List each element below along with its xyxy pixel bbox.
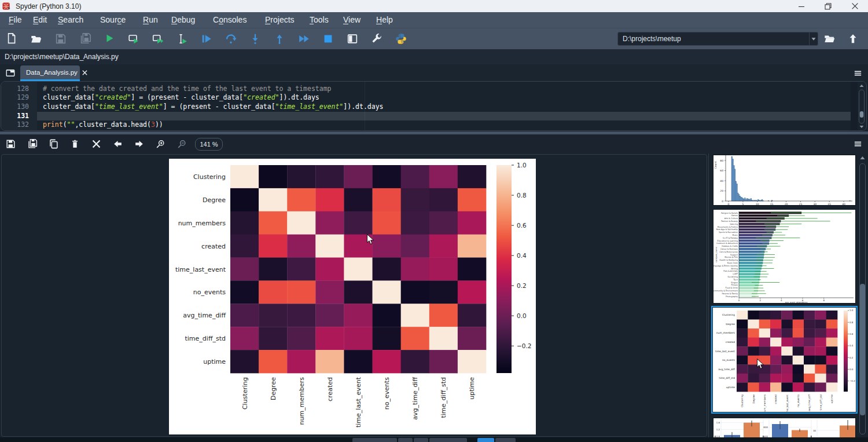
new-file-button[interactable]: [0, 28, 24, 49]
parent-directory-button[interactable]: [841, 28, 865, 49]
plot-thumbnail-histogram[interactable]: 0 20 40 60 80 0 5 10 15 20 25 30 35 40Co…: [713, 155, 856, 206]
svg-text:Religion & Beliefs: Religion & Beliefs: [721, 212, 738, 214]
restore-icon: [825, 3, 832, 10]
step-into-button[interactable]: [243, 28, 267, 49]
editor-options-button[interactable]: [851, 67, 864, 79]
debug-continue-button[interactable]: [292, 28, 316, 49]
remove-all-plots-button[interactable]: [86, 135, 107, 154]
code-text[interactable]: # convert the date created and the time …: [37, 82, 851, 130]
run-selection-icon: [176, 32, 189, 45]
svg-text:uptime: uptime: [468, 377, 476, 400]
step-return-icon: [273, 32, 286, 45]
menu-help[interactable]: Help: [376, 12, 393, 28]
preferences-button[interactable]: [365, 28, 389, 49]
svg-text:Music: Music: [733, 234, 738, 236]
copy-to-clipboard-button[interactable]: [43, 135, 64, 154]
plot-zoom-level: 141 %: [195, 138, 223, 151]
bottom-tab-stub[interactable]: [495, 438, 516, 442]
svg-text:0.0: 0.0: [849, 368, 854, 371]
save-all-icon: [79, 32, 91, 45]
zoom-in-icon: [155, 138, 166, 149]
zoom-out-button[interactable]: [171, 135, 193, 154]
svg-text:created: created: [201, 243, 226, 250]
step-return-button[interactable]: [267, 28, 292, 49]
menu-debug[interactable]: Debug: [171, 12, 195, 28]
editor-scrollbar-graphic: [858, 82, 866, 130]
svg-text:Hobbies & Crafts: Hobbies & Crafts: [722, 245, 738, 247]
svg-text:uptime: uptime: [203, 358, 226, 366]
window-title: Spyder (Python 3.10): [16, 2, 81, 10]
code-token: "created": [243, 93, 279, 101]
tab-close-icon[interactable]: [82, 70, 88, 76]
svg-text:no_events: no_events: [383, 377, 391, 410]
previous-plot-button[interactable]: [107, 135, 128, 154]
svg-text:uptime: uptime: [830, 394, 833, 404]
combobox-dropdown[interactable]: [809, 32, 818, 45]
bottom-tab-stub[interactable]: [414, 438, 428, 442]
save-button[interactable]: [49, 28, 73, 49]
svg-text:Writing: Writing: [731, 268, 738, 270]
bottom-tab-stub[interactable]: [398, 438, 413, 442]
open-file-button[interactable]: [24, 28, 49, 49]
code-line: [43, 112, 851, 121]
run-current-line-button[interactable]: [219, 28, 243, 49]
thumbnails-scrollbar[interactable]: [858, 154, 867, 442]
menu-view[interactable]: View: [343, 12, 361, 28]
svg-text:created: created: [774, 394, 777, 404]
minimize-button[interactable]: [788, 0, 815, 12]
save-all-plots-button[interactable]: [21, 135, 43, 154]
plots-options-button[interactable]: [851, 137, 864, 150]
svg-text:Clustering: Clustering: [193, 173, 226, 181]
debug-file-button[interactable]: [194, 28, 219, 49]
open-file-icon: [30, 32, 43, 45]
working-directory-combobox[interactable]: D:\projects\meetup: [617, 32, 818, 46]
run-file-button[interactable]: [97, 28, 122, 49]
next-plot-button[interactable]: [128, 135, 150, 154]
run-cell-button[interactable]: [122, 28, 146, 49]
svg-text:0.6: 0.6: [517, 222, 527, 229]
save-plot-button[interactable]: [0, 135, 21, 154]
menu-tools[interactable]: Tools: [310, 12, 329, 28]
menu-edit[interactable]: Edit: [33, 12, 47, 28]
restore-button[interactable]: [815, 0, 841, 12]
svg-text:40: 40: [842, 203, 845, 206]
svg-text:1.0: 1.0: [849, 309, 854, 312]
zoom-in-button[interactable]: [150, 135, 171, 154]
svg-text:0.0: 0.0: [517, 312, 527, 319]
editor-tab[interactable]: Data_Analysis.py: [20, 65, 80, 79]
plot-thumbnail-barh-categories[interactable]: Religion & BeliefsGamesArts & CultureFas…: [713, 209, 856, 304]
bottom-tab-stub[interactable]: [352, 438, 397, 442]
code-token: print: [43, 120, 63, 129]
svg-text:Clustering: Clustering: [241, 377, 249, 410]
tab-close-x: [82, 70, 88, 76]
scrollbar-thumb[interactable]: [860, 284, 865, 415]
menu-source[interactable]: Source: [100, 12, 126, 28]
run-file-icon: [103, 32, 116, 45]
run-cell-advance-button[interactable]: [146, 28, 170, 49]
browse-tabs-button[interactable]: [3, 66, 17, 80]
svg-text:−0.2: −0.2: [849, 379, 855, 382]
close-button[interactable]: [841, 0, 868, 12]
code-editor[interactable]: 128129130131132# convert the date create…: [1, 81, 867, 131]
python-env-button[interactable]: [389, 28, 413, 49]
save-all-button[interactable]: [73, 28, 97, 49]
run-selection-button[interactable]: [170, 28, 194, 49]
maximize-pane-button[interactable]: [340, 28, 365, 49]
bottom-tab-stub[interactable]: [429, 438, 467, 442]
menu-search[interactable]: Search: [58, 12, 83, 28]
menu-consoles[interactable]: Consoles: [213, 12, 247, 28]
editor-scrollbar[interactable]: [858, 82, 866, 130]
browse-working-directory-button[interactable]: [818, 28, 841, 49]
menu-projects[interactable]: Projects: [265, 12, 295, 28]
stop-button[interactable]: [316, 28, 340, 49]
menu-run[interactable]: Run: [143, 12, 158, 28]
heatmap-figure: ClusteringDegreenum_memberscreatedtime_l…: [169, 159, 536, 434]
bottom-tab-stub-active[interactable]: [477, 438, 494, 442]
menu-file[interactable]: File: [9, 12, 22, 28]
remove-plot-button[interactable]: [64, 135, 86, 154]
svg-text:Outdoors & Adventure: Outdoors & Adventure: [716, 242, 738, 244]
svg-text:Degree: Degree: [203, 196, 226, 204]
code-token: 3: [151, 120, 155, 129]
plot-thumbnail-correlation-heatmap[interactable]: ClusteringDegreenum_memberscreatedtime_l…: [711, 306, 858, 414]
svg-text:1.6: 1.6: [716, 421, 720, 424]
